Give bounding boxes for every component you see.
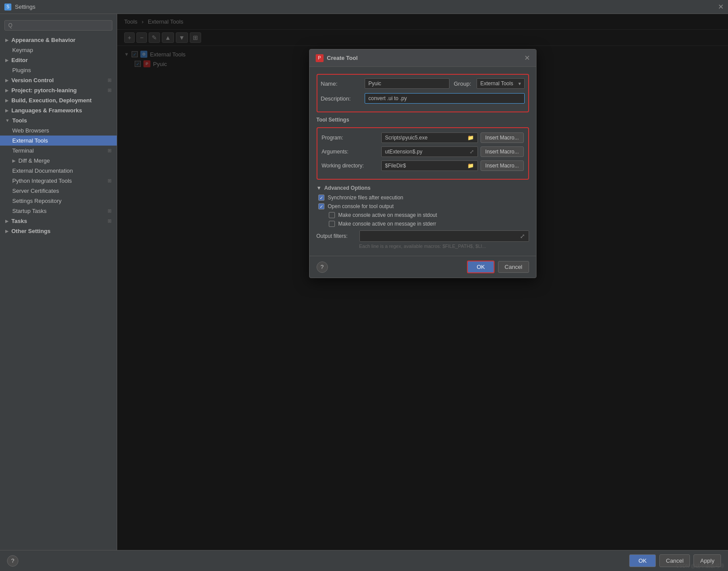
insert-macro-program-button[interactable]: Insert Macro...	[481, 132, 524, 143]
sync-files-checkbox[interactable]: ✓	[318, 195, 324, 201]
sidebar-item-languages[interactable]: ▶ Languages & Frameworks	[0, 105, 117, 115]
name-part: Name:	[321, 78, 449, 89]
sidebar-item-tools[interactable]: ▼ Tools	[0, 115, 117, 125]
sidebar-item-label: Keymap	[12, 47, 33, 53]
open-console-checkbox[interactable]: ✓	[318, 203, 324, 209]
expand-arrow-icon: ▶	[5, 98, 9, 103]
copy-icon: ⊞	[108, 148, 111, 153]
sidebar-item-editor[interactable]: ▶ Editor	[0, 55, 117, 65]
sidebar-item-tasks[interactable]: ▶ Tasks ⊞	[0, 216, 117, 226]
sidebar-item-external-tools[interactable]: External Tools	[0, 136, 117, 146]
checkmark-icon: ✓	[320, 195, 323, 200]
sidebar-item-python-integrated[interactable]: Python Integrated Tools ⊞	[0, 176, 117, 186]
sidebar-item-build[interactable]: ▶ Build, Execution, Deployment	[0, 95, 117, 105]
search-input[interactable]	[15, 22, 108, 28]
description-input[interactable]	[365, 93, 525, 104]
close-button[interactable]: ✕	[718, 3, 724, 11]
copy-icon: ⊞	[108, 87, 111, 93]
sidebar-item-version-control[interactable]: ▶ Version Control ⊞	[0, 75, 117, 85]
sidebar-item-label: Project: pytorch-leaning	[11, 87, 77, 94]
dialog-cancel-button[interactable]: Cancel	[498, 261, 529, 273]
sidebar-item-server-certs[interactable]: Server Certificates	[0, 186, 117, 196]
output-filters-row: Output filters: ⤢	[317, 230, 529, 242]
folder-icon[interactable]: 📁	[467, 135, 474, 141]
group-select[interactable]: External Tools	[477, 78, 525, 89]
expand-arrow-icon: ▶	[5, 229, 9, 233]
expand-arrow-icon: ▶	[12, 158, 16, 163]
expand-icon[interactable]: ⤢	[520, 233, 525, 240]
sidebar-item-label: Editor	[11, 57, 28, 63]
sidebar-item-label: Settings Repository	[12, 198, 62, 204]
description-row: Description:	[321, 93, 525, 104]
group-part: Group: External Tools ▼	[454, 78, 525, 89]
checkmark-icon: ✓	[320, 204, 323, 209]
output-filters-input[interactable]	[363, 233, 520, 239]
tool-settings-section: Program: 📁 Insert Macro... Arguments:	[317, 127, 529, 180]
sidebar-item-appearance[interactable]: ▶ Appearance & Behavior	[0, 35, 117, 45]
arguments-row: Arguments: ⤢ Insert Macro...	[322, 146, 524, 157]
sidebar-item-terminal[interactable]: Terminal ⊞	[0, 146, 117, 156]
sidebar-item-label: Server Certificates	[12, 188, 59, 194]
window-title: Settings	[15, 3, 35, 10]
sidebar-item-web-browsers[interactable]: Web Browsers	[0, 125, 117, 136]
main-layout: Q ▶ Appearance & Behavior Keymap ▶ Edito…	[0, 14, 728, 550]
sidebar-item-other-settings[interactable]: ▶ Other Settings	[0, 226, 117, 236]
sidebar-item-settings-repo[interactable]: Settings Repository	[0, 196, 117, 206]
create-tool-dialog: P Create Tool ✕ Name:	[309, 49, 536, 278]
bottom-ok-button[interactable]: OK	[629, 554, 656, 567]
sidebar-item-diff-merge[interactable]: ▶ Diff & Merge	[0, 156, 117, 166]
copy-icon: ⊞	[108, 77, 111, 83]
search-icon: Q	[8, 22, 12, 28]
expand-icon[interactable]: ⤢	[470, 149, 474, 155]
insert-macro-workingdir-button[interactable]: Insert Macro...	[481, 160, 524, 171]
sidebar-item-startup-tasks[interactable]: Startup Tasks ⊞	[0, 206, 117, 216]
sidebar-item-label: Diff & Merge	[18, 157, 50, 164]
collapse-arrow-icon: ▼	[317, 185, 322, 191]
sync-files-row: ✓ Synchronize files after execution	[317, 195, 529, 201]
sidebar-item-keymap[interactable]: Keymap	[0, 45, 117, 55]
dialog-header: P Create Tool ✕	[310, 49, 536, 67]
program-input[interactable]	[385, 135, 467, 141]
copy-icon: ⊞	[108, 178, 111, 184]
working-dir-row: Working directory: 📁 Insert Macro...	[322, 160, 524, 171]
expand-arrow-icon: ▶	[5, 108, 9, 113]
sidebar-item-label: Other Settings	[11, 228, 51, 234]
sidebar-item-external-doc[interactable]: External Documentation	[0, 166, 117, 176]
help-button[interactable]: ?	[317, 261, 328, 273]
group-select-wrapper: External Tools ▼	[477, 78, 525, 89]
insert-macro-arguments-button[interactable]: Insert Macro...	[481, 146, 524, 157]
sidebar-item-label: External Tools	[12, 137, 48, 144]
folder-icon[interactable]: 📁	[467, 163, 474, 169]
search-box[interactable]: Q	[4, 20, 112, 31]
sidebar-item-label: Tasks	[11, 218, 27, 224]
program-label: Program:	[322, 135, 379, 141]
tool-settings-label: Tool Settings	[317, 117, 349, 123]
copy-icon: ⊞	[108, 218, 111, 224]
dialog-title-icon: P	[316, 54, 324, 62]
arguments-input-wrapper: ⤢	[381, 146, 478, 157]
sidebar-item-label: Terminal	[12, 147, 34, 154]
sync-files-label: Synchronize files after execution	[328, 195, 404, 201]
advanced-options-label: Advanced Options	[324, 185, 370, 191]
arguments-input[interactable]	[385, 149, 470, 155]
expand-arrow-icon: ▶	[5, 78, 9, 83]
sidebar-item-plugins[interactable]: Plugins	[0, 65, 117, 75]
sidebar-item-label: Appearance & Behavior	[11, 37, 76, 43]
content-area: Tools › External Tools + − ✎ ▲ ▼ ⊞ ▼ ✓ ⚙…	[117, 14, 728, 550]
open-console-row: ✓ Open console for tool output	[317, 203, 529, 209]
expand-arrow-icon: ▶	[5, 219, 9, 223]
sidebar-item-label: Build, Execution, Deployment	[11, 97, 91, 104]
stderr-checkbox[interactable]	[329, 221, 335, 227]
dialog-ok-button[interactable]: OK	[467, 261, 495, 273]
sidebar-item-project[interactable]: ▶ Project: pytorch-leaning ⊞	[0, 85, 117, 95]
stdout-checkbox[interactable]	[329, 212, 335, 218]
working-dir-input[interactable]	[385, 163, 467, 169]
arguments-label: Arguments:	[322, 149, 379, 155]
program-input-wrapper: 📁	[381, 132, 478, 143]
dialog-close-button[interactable]: ✕	[524, 54, 530, 62]
modal-overlay: P Create Tool ✕ Name:	[117, 14, 728, 550]
name-input[interactable]	[365, 78, 449, 89]
bottom-help-button[interactable]: ?	[7, 555, 18, 567]
advanced-options-header[interactable]: ▼ Advanced Options	[317, 185, 529, 191]
dialog-body: Name: Group: External Tools ▼	[310, 67, 536, 256]
